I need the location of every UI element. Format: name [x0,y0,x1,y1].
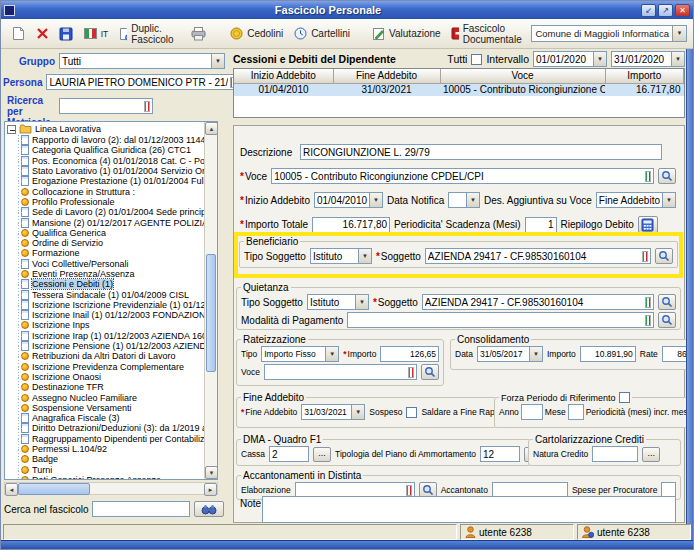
tree-item[interactable]: Formazione [21,248,204,258]
rateizzazione-voce-field[interactable] [264,364,417,380]
tree-item[interactable]: Qualifica Generica [21,228,204,238]
tree-item[interactable]: Tessera Sindacale (1) 01/04/2009 CISL [21,289,204,299]
natura-credito-input[interactable] [592,446,638,462]
tree-item[interactable]: Cessioni e Debiti (1) [21,279,204,289]
des-aggiuntiva-select[interactable]: Fine Addebito [596,192,676,208]
tree-item[interactable]: Stato Lavorativo (1) 01/01/2004 Servizio… [21,166,204,176]
tree-item[interactable]: Collocazione in Struttura : [21,186,204,196]
tree-item[interactable]: Raggruppamento Dipendenti per Contabiliz… [21,434,204,444]
scroll-right-icon[interactable] [204,483,217,496]
rateizzazione-importo-input[interactable]: 126,65 [380,346,439,362]
chevron-down-icon[interactable] [671,51,685,67]
column-header[interactable]: Fine Addebito [333,69,440,83]
column-header[interactable]: Importo [605,69,684,83]
inizio-addebito-select[interactable]: 01/04/2010 [314,192,383,208]
tree-item[interactable]: Voci Collettive/Personali [21,259,204,269]
tree-item[interactable]: Iscrizione Irap (1) 01/12/2003 AZIENDA 1… [21,331,204,341]
column-header[interactable]: Voce [440,69,605,83]
matricola-field[interactable] [59,98,153,114]
tree-item[interactable]: Mansione (2) 01/12/2017 AGENTE POLIZIA P [21,217,204,227]
chevron-down-icon[interactable] [211,53,225,69]
data-notifica-select[interactable] [448,192,480,208]
date-to-select[interactable]: 31/01/2020 [611,51,685,67]
cedolini-button[interactable]: Cedolini [225,24,288,43]
tree-item[interactable]: Retribuzioni da Altri Datori di Lavoro [21,351,204,361]
company-selector[interactable]: Comune di Maggioli Informatica [531,25,687,42]
chevron-down-icon[interactable] [369,192,383,208]
tree-item[interactable]: Assegno Nucleo Familiare [21,392,204,402]
fascicolo-documentale-button[interactable]: Fascicolo Documentale [446,20,531,48]
descrizione-input[interactable]: RICONGIUNZIONE L. 29/79 [300,144,662,160]
chevron-down-icon[interactable] [662,192,676,208]
tree-item[interactable]: Categoria Qualifica Giuridica (26) CTC1 [21,145,204,155]
tree-horizontal-scrollbar[interactable] [4,482,218,495]
tree-root[interactable]: Linea Lavorativa [7,123,204,135]
tree-item[interactable]: Ordine di Servizio [21,238,204,248]
tree-item[interactable]: Rapporto di lavoro (2): dal 01/12/2003 1… [21,135,204,145]
tree-item[interactable]: Turni [21,465,204,475]
quietanza-soggetto-search-button[interactable] [658,294,676,310]
rateizzazione-voce-search-button[interactable] [421,364,439,380]
modalita-pagamento-field[interactable] [347,312,654,328]
tree-item[interactable]: Pos. Economica (4) 01/01/2018 Cat. C - P… [21,156,204,166]
tree-item[interactable]: Destinazione TFR [21,382,204,392]
tipologia-input[interactable]: 12 [480,446,520,462]
scrollbar-thumb[interactable] [18,483,90,495]
chevron-down-icon[interactable] [593,51,607,67]
column-header[interactable]: Inizio Addebito [234,69,333,83]
tree-item[interactable]: Permessi L.104/92 [21,444,204,454]
voce-field[interactable]: 10005 - Contributo Ricongiunzione CPDEL/… [271,168,654,184]
date-from-select[interactable]: 01/01/2020 [533,51,607,67]
mese-input[interactable] [568,404,584,420]
persona-field[interactable]: LAURIA PIETRO DOMENICO PTR - 21/ [46,74,239,90]
cartellini-button[interactable]: Cartellini [289,24,355,43]
importo-totale-input[interactable]: 16.717,80 [312,217,390,233]
riepilogo-debito-button[interactable] [638,216,658,233]
tree-item[interactable]: Sospensione Versamenti [21,403,204,413]
periodicita-scadenza-input[interactable]: 1 [525,217,557,233]
maximize-window-button[interactable] [658,4,673,17]
quietanza-soggetto-field[interactable]: AZIENDA 29417 - CF.98530160104 [422,294,654,310]
cassa-input[interactable]: 2 [269,446,309,462]
rateizzazione-tipo-select[interactable]: Importo Fisso [261,346,339,362]
tree-item[interactable]: Diritto Detrazioni/Deduzioni (3): da 1/2… [21,423,204,433]
chevron-down-icon[interactable] [358,248,372,264]
duplica-fascicolo-button[interactable]: Duplic. Fascicolo [113,20,183,48]
scrollbar-thumb[interactable] [206,254,216,372]
chevron-down-icon[interactable] [325,346,339,362]
tree-item[interactable]: Iscrizione Inps [21,320,204,330]
soggetto-search-button[interactable] [655,248,673,264]
note-textarea[interactable] [262,496,676,523]
tree-item[interactable]: Anagrafica Fiscale (3) [21,413,204,423]
gruppo-select[interactable]: Tutti [59,53,225,69]
sospeso-checkbox[interactable] [406,407,417,418]
voce-search-button[interactable] [658,168,676,184]
modalita-pagamento-search-button[interactable] [658,312,676,328]
tutti-checkbox[interactable] [471,54,482,65]
tree-item[interactable]: Iscrizione Previdenza Complementare [21,362,204,372]
consolidamento-data-select[interactable]: 31/05/2017 [477,346,543,362]
tree-item[interactable]: Iscrizione Iscrizione Previdenziale (1) … [21,300,204,310]
chevron-down-icon[interactable] [466,192,480,208]
cerca-fascicolo-input[interactable] [92,501,190,517]
delete-button[interactable] [31,24,54,43]
tree-item[interactable]: Dati Generici Presenze Assenze [21,475,204,479]
quietanza-tipo-select[interactable]: Istituto [307,294,369,310]
italian-language-button[interactable]: IT [79,25,114,42]
chevron-down-icon[interactable] [672,26,686,41]
chevron-down-icon[interactable] [529,346,543,362]
chevron-down-icon[interactable] [355,294,369,310]
forza-periodo-checkbox[interactable] [619,392,630,403]
table-row[interactable]: 01/04/201031/03/202110005 - Contributo R… [234,83,684,96]
soggetto-field[interactable]: AZIENDA 29417 - CF.98530160104 [425,248,651,264]
anno-input[interactable] [521,404,543,420]
new-button[interactable] [7,23,30,44]
tree-item[interactable]: Sede di Lavoro (2) 01/01/2004 Sede princ… [21,207,204,217]
tree-item[interactable]: Badge [21,454,204,464]
scroll-left-icon[interactable] [5,483,18,496]
tree-item[interactable]: Iscrizione Pensione (1) 01/12/2003 AZIEN… [21,341,204,351]
close-window-button[interactable] [675,4,690,17]
tree-item[interactable]: Erogazione Prestazione (1) 01/01/2004 Fu… [21,176,204,186]
print-button[interactable] [185,23,212,44]
tree-item[interactable]: Iscrizione Inail (1) 01/12/2003 FONDAZIO… [21,310,204,320]
